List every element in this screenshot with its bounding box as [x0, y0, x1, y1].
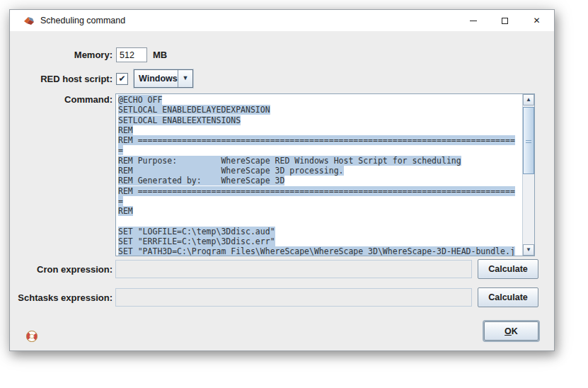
command-line: REM ====================================…: [118, 135, 522, 145]
scroll-down-icon: ▼: [526, 247, 531, 253]
dropdown-arrow-button[interactable]: ▼: [178, 70, 192, 87]
ok-mnemonic: O: [505, 326, 512, 336]
help-lifebuoy-icon[interactable]: [25, 330, 38, 343]
checkmark-icon: ✔: [118, 74, 125, 83]
command-line: REM Generated by: WhereScape 3D: [118, 176, 522, 186]
command-text[interactable]: @ECHO OFFSETLOCAL ENABLEDELAYEDEXPANSION…: [116, 94, 522, 256]
schtasks-expression-label: Schtasks expression:: [10, 292, 113, 303]
title-bar[interactable]: Scheduling command ✕: [10, 10, 554, 31]
chevron-down-icon: ▼: [183, 74, 189, 81]
host-script-type-dropdown[interactable]: Windows ▼: [134, 69, 193, 88]
command-line: @ECHO OFF: [118, 95, 522, 105]
scroll-up-button[interactable]: ▲: [523, 94, 534, 105]
red-host-script-checkbox[interactable]: ✔: [116, 73, 128, 85]
scrollbar-thumb[interactable]: [523, 107, 534, 174]
scheduling-command-dialog: Scheduling command ✕ Memory: MB RED host…: [9, 9, 555, 351]
red-host-script-label: RED host script:: [10, 74, 113, 84]
command-scrollpane: @ECHO OFFSETLOCAL ENABLEDELAYEDEXPANSION…: [115, 93, 535, 256]
schtasks-calculate-button[interactable]: Calculate: [478, 287, 538, 307]
command-line: SET "ERRFILE=C:\temp\3Ddisc.err": [118, 236, 522, 246]
command-line: REM ====================================…: [118, 186, 522, 196]
command-line: SETLOCAL ENABLEEXTENSIONS: [118, 115, 522, 125]
maximize-button[interactable]: [489, 10, 521, 31]
memory-unit-label: MB: [153, 50, 167, 60]
minimize-button[interactable]: [457, 10, 489, 31]
scroll-down-button[interactable]: ▼: [523, 244, 534, 256]
maximize-icon: [502, 18, 508, 24]
scrollbar-track[interactable]: [523, 105, 534, 244]
dropdown-selected-value: Windows: [134, 70, 178, 87]
scroll-up-icon: ▲: [526, 97, 531, 103]
close-button[interactable]: ✕: [521, 10, 553, 31]
command-line: REM WhereScape 3D processing.: [118, 166, 522, 176]
command-line: =: [118, 145, 522, 155]
ok-button[interactable]: OK: [484, 321, 538, 341]
window-controls: ✕: [457, 10, 553, 31]
schtasks-expression-input[interactable]: [115, 288, 472, 307]
command-line: SET "PATH3D=C:\Program Files\WhereScape\…: [118, 246, 522, 256]
command-line: =: [118, 196, 522, 206]
vertical-scrollbar[interactable]: ▲ ▼: [522, 94, 534, 256]
app-icon: [23, 15, 35, 26]
command-line: [118, 217, 522, 227]
command-label: Command:: [10, 94, 113, 105]
minimize-icon: [470, 21, 477, 21]
screen: Scheduling command ✕ Memory: MB RED host…: [0, 0, 588, 388]
close-icon: ✕: [533, 16, 540, 25]
scrollbar-grip-icon: [526, 140, 531, 144]
cron-expression-label: Cron expression:: [10, 264, 113, 275]
command-line: REM: [118, 206, 522, 216]
command-line: SETLOCAL ENABLEDELAYEDEXPANSION: [118, 105, 522, 115]
cron-expression-input[interactable]: [115, 260, 472, 278]
memory-label: Memory:: [10, 50, 113, 60]
memory-input[interactable]: [116, 47, 147, 62]
command-line: SET "LOGFILE=C:\temp\3Ddisc.aud": [118, 227, 522, 236]
cron-calculate-button[interactable]: Calculate: [478, 259, 538, 279]
window-title: Scheduling command: [40, 16, 125, 25]
command-line: REM: [118, 125, 522, 135]
ok-rest: K: [512, 326, 518, 336]
command-line: REM Purpose: WhereScape RED Windows Host…: [118, 156, 522, 166]
